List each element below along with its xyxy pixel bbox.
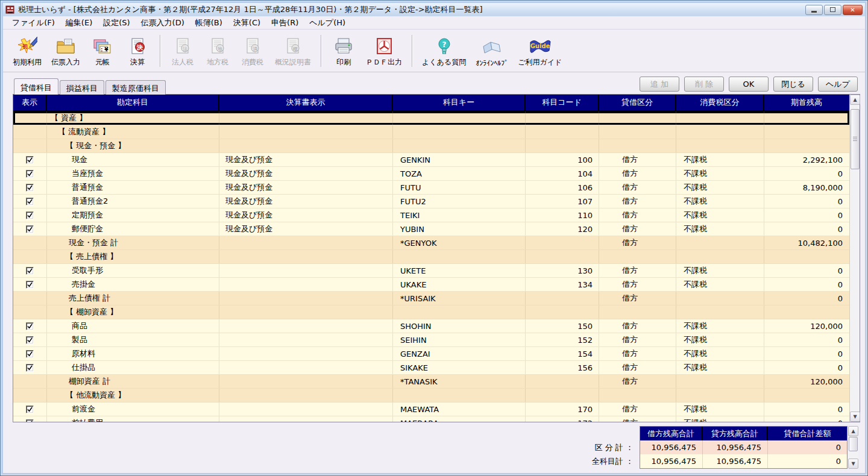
row-checkbox[interactable] [26,419,34,422]
debit-credit-cell: 借方 [599,167,676,180]
table-row[interactable]: 郵便貯金現金及び預金YUBIN120借方不課税0 [13,222,849,236]
table-row[interactable]: 【 棚卸資産 】 [13,305,849,319]
table-row[interactable]: 製品SEIHIN152借方不課税0 [13,333,849,347]
toolbar-button-online-help[interactable]: ｵﾝﾗｲﾝﾍﾙﾌﾟ [471,31,513,70]
account-name-cell: 郵便貯金 [47,222,219,236]
row-checkbox[interactable] [26,350,34,358]
table-scrollbar[interactable]: ▲ ▼ [849,95,860,422]
action-button-5[interactable]: ヘルプ [818,77,858,92]
debit-credit-cell: 借方 [599,153,676,166]
voucher-input-icon [55,36,76,57]
toolbar-button-pdf-output[interactable]: ＰＤＦ出力 [361,31,407,70]
toolbar-button-settlement[interactable]: 決決算 [120,31,155,70]
table-row[interactable]: 受取手形UKETE130借方不課税0 [13,264,849,278]
scroll-down-icon[interactable]: ▼ [850,412,860,422]
statement-display-cell [219,264,393,277]
account-table: 表示勘定科目決算書表示科目キー科目コード貸借区分消費税区分期首残高 【 資産 】… [13,94,860,422]
app-window: 税理士いらず - [株式会社カンタン商事・第２期(平成27年12月 1日～平成2… [0,0,868,476]
table-row[interactable]: 定期預金現金及び預金TEIKI110借方不課税0 [13,208,849,222]
summary-scrollbar-thumb[interactable] [849,437,858,451]
menu-item-1[interactable]: ファイル(F) [7,16,60,30]
table-row[interactable]: 商品SHOHIN150借方不課税120,000 [13,319,849,333]
table-row[interactable]: 売掛金UKAKE134借方不課税0 [13,278,849,292]
summary-scrollbar[interactable]: ▲ ▼ [848,426,858,469]
account-name-cell: 前渡金 [47,402,219,416]
thumb-grip-icon [853,137,857,141]
toolbar-button-label: よくある質問 [422,57,466,67]
toolbar-button-usage-guide[interactable]: Guideご利用ガイド [513,31,567,70]
table-row[interactable]: 棚卸資産 計*TANASIK借方120,000 [13,375,849,389]
row-checkbox[interactable] [26,211,34,219]
account-code-cell [526,292,599,305]
account-code-cell [526,305,599,319]
account-name-cell: 製品 [47,333,219,346]
close-button[interactable]: ✕ [843,5,863,15]
scroll-up-icon[interactable]: ▲ [850,95,860,105]
row-checkbox[interactable] [26,198,34,205]
table-row[interactable]: 現金現金及び預金GENKIN100借方不課税2,292,100 [13,153,849,167]
table-row[interactable]: 【 他流動資産 】 [13,389,849,402]
row-checkbox[interactable] [26,156,34,164]
tax-class-cell [676,250,764,263]
scrollbar-thumb[interactable] [851,109,860,169]
row-checkbox[interactable] [26,336,34,344]
row-checkbox[interactable] [26,267,34,275]
table-row[interactable]: 前払費用MAEBARA172借方不課税0 [13,416,849,422]
row-checkbox[interactable] [26,184,34,192]
toolbar-button-faq[interactable]: ?よくある質問 [417,31,471,70]
menu-item-2[interactable]: 編集(E) [60,16,98,30]
table-row[interactable]: 仕掛品SIKAKE156借方不課税0 [13,361,849,375]
toolbar-button-label: ｵﾝﾗｲﾝﾍﾙﾌﾟ [476,59,508,67]
menu-item-3[interactable]: 設定(S) [98,16,135,30]
statement-display-cell [219,305,393,319]
menu-item-4[interactable]: 伝票入力(D) [136,16,190,30]
menu-item-8[interactable]: ヘルプ(H) [304,16,351,30]
tax-class-cell: 不課税 [676,361,764,374]
row-checkbox[interactable] [26,281,34,289]
minimize-button[interactable] [805,5,823,15]
summary-scroll-down-icon[interactable]: ▼ [848,459,858,469]
restore-button[interactable] [824,5,841,15]
table-row[interactable]: 【 資産 】 [13,111,849,125]
debit-credit-cell: 借方 [599,222,676,236]
column-header-2: 勘定科目 [47,95,219,110]
table-row[interactable]: 売上債権 計*URISAIK借方0 [13,292,849,305]
table-row[interactable]: 原材料GENZAI154借方不課税0 [13,347,849,361]
table-row[interactable]: 【 売上債権 】 [13,250,849,264]
toolbar-button-ledger[interactable]: ：¥元帳 [85,31,120,70]
row-checkbox[interactable] [26,170,34,178]
table-row[interactable]: 普通預金2現金及び預金FUTU2107借方不課税0 [13,195,849,208]
table-row[interactable]: 現金・預金 計*GENYOK借方10,482,100 [13,236,849,250]
toolbar-button-voucher-input[interactable]: 伝票入力 [46,31,85,70]
table-row[interactable]: 普通預金現金及び預金FUTU106借方不課税8,190,000 [13,181,849,195]
account-key-cell [393,250,526,263]
table-row[interactable]: 【 現金・預金 】 [13,139,849,153]
table-row[interactable]: 前渡金MAEWATA170借方不課税0 [13,402,849,416]
row-checkbox[interactable] [26,322,34,330]
statement-display-cell: 現金及び預金 [219,153,393,166]
menu-item-5[interactable]: 帳簿(B) [190,16,228,30]
summary-column-header-3: 貸借合計差額 [768,427,847,440]
statement-display-cell [219,125,393,139]
summary-scroll-up-icon[interactable]: ▲ [848,426,858,436]
account-key-cell: UKETE [393,264,526,277]
menu-item-7[interactable]: 申告(R) [266,16,304,30]
row-checkbox[interactable] [26,406,34,413]
toolbar-button-initial-use[interactable]: 初初期利用 [8,31,46,70]
toolbar-button-print[interactable]: 印刷 [326,31,361,70]
table-row[interactable]: 【 流動資産 】 [13,125,849,139]
account-key-cell: TOZA [393,167,526,180]
action-button-4[interactable]: 閉じる [773,77,813,92]
tab-2[interactable]: 損益科目 [60,80,104,95]
menu-item-6[interactable]: 決算(C) [228,16,266,30]
table-row[interactable]: 当座預金現金及び預金TOZA104借方不課税0 [13,167,849,181]
account-name-cell: 定期預金 [47,208,219,222]
tab-3[interactable]: 製造原価科目 [105,80,166,95]
action-button-3[interactable]: OK [729,77,769,92]
row-checkbox[interactable] [26,225,34,233]
account-code-cell [526,139,599,152]
account-code-cell: 152 [526,333,599,346]
tab-1[interactable]: 貸借科目 [14,78,58,95]
toolbar-button-overview-statement: 概概況説明書 [270,31,316,70]
row-checkbox[interactable] [26,364,34,372]
